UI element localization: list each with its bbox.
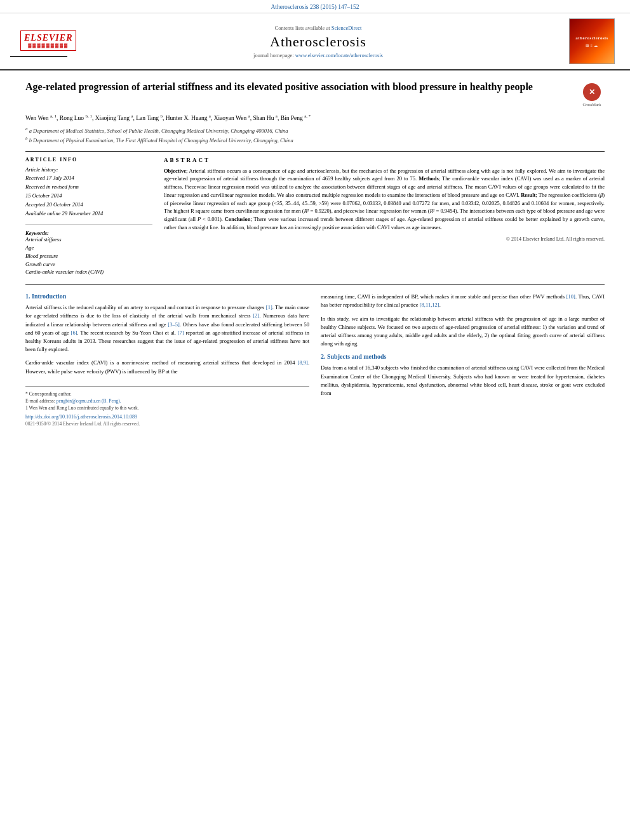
title-section: Age-related progression of arterial stif… — [25, 81, 605, 107]
crossmark-area[interactable]: ✕ CrossMark — [579, 83, 605, 107]
history-accepted: Accepted 20 October 2014 — [25, 201, 152, 209]
footnote-equal: 1 Wen Wen and Rong Luo contributed equal… — [25, 404, 309, 411]
subjects-title: 2. Subjects and methods — [321, 353, 605, 360]
article-info-heading: ARTICLE INFO — [25, 157, 152, 163]
history-heading: Article history: — [25, 166, 152, 174]
abstract-col: ABSTRACT Objective; Arterial stiffness o… — [164, 157, 605, 277]
elsevier-logo-area: ELSEVIER ▓▓▓▓▓▓▓▓▓ — [10, 25, 67, 57]
thumb-text: atherosclerosis — [575, 36, 608, 41]
doi-link[interactable]: http://dx.doi.org/10.1016/j.atherosclero… — [25, 414, 309, 420]
keyword-5: Cardio-ankle vascular index (CAVI) — [25, 269, 152, 276]
email-link[interactable]: pengbin@cqmu.edu.cn (B. Peng). — [57, 398, 121, 404]
abstract-heading: ABSTRACT — [164, 157, 605, 163]
journal-center: Contents lists available at ScienceDirec… — [74, 25, 563, 58]
elsevier-subtext: ▓▓▓▓▓▓▓▓▓ — [28, 43, 69, 48]
affiliation-b: b b Department of Physical Examination, … — [25, 135, 605, 145]
history-revised-label: Received in revised form — [25, 183, 152, 191]
keywords-label: Keywords: — [25, 230, 152, 236]
journal-citation: Atherosclerosis 238 (2015) 147–152 — [0, 0, 630, 13]
history-online: Available online 29 November 2014 — [25, 210, 152, 218]
history-revised-date: 15 October 2014 — [25, 192, 152, 200]
journal-title: Atherosclerosis — [74, 34, 563, 50]
footnote-corresponding: * Corresponding author. — [25, 390, 309, 397]
sciencedirect-link[interactable]: ScienceDirect — [332, 25, 362, 31]
crossmark-icon: ✕ — [583, 83, 601, 101]
article-title: Age-related progression of arterial stif… — [25, 81, 573, 94]
body-two-col: 1. Introduction Arterial stiffness is th… — [25, 293, 605, 427]
footnote-email: E-mail address: pengbin@cqmu.edu.cn (B. … — [25, 397, 309, 404]
footer-section: * Corresponding author. E-mail address: … — [25, 386, 309, 427]
elsevier-name: ELSEVIER — [24, 33, 72, 43]
homepage-line: journal homepage: www.elsevier.com/locat… — [74, 52, 563, 58]
journal-thumbnail: atherosclerosis ⊞ ≡ ☁ — [569, 18, 615, 64]
conclusion-label: Conclusion — [225, 216, 251, 222]
intro-para-2: Cardio-ankle vascular index (CAVI) is a … — [25, 359, 309, 375]
article-info-col: ARTICLE INFO Article history: Received 1… — [25, 157, 152, 277]
body-left-col: 1. Introduction Arterial stiffness is th… — [25, 293, 309, 427]
article-history: Article history: Received 17 July 2014 R… — [25, 166, 152, 225]
contents-prefix: Contents lists available at — [275, 25, 332, 31]
contents-line: Contents lists available at ScienceDirec… — [74, 25, 563, 31]
authors: Wen Wen a, 1, Rong Luo b, 1, Xiaojing Ta… — [25, 113, 605, 123]
right-para-1: measuring time, CAVI is independent of B… — [321, 293, 605, 309]
crossmark-label: CrossMark — [583, 102, 601, 107]
journal-header: ELSEVIER ▓▓▓▓▓▓▓▓▓ Contents lists availa… — [0, 13, 630, 70]
keyword-4: Growth curve — [25, 261, 152, 269]
keywords-section: Keywords: Arterial stiffness Age Blood p… — [25, 230, 152, 276]
issn-text: 0021-9150/© 2014 Elsevier Ireland Ltd. A… — [25, 421, 309, 427]
homepage-link[interactable]: www.elsevier.com/locate/atherosclerosis — [295, 52, 383, 58]
result-label: Result — [521, 192, 535, 198]
journal-right: atherosclerosis ⊞ ≡ ☁ — [569, 18, 620, 64]
keyword-2: Age — [25, 244, 152, 252]
authors-text: Wen Wen a, 1, Rong Luo b, 1, Xiaojing Ta… — [25, 115, 311, 121]
intro-title: 1. Introduction — [25, 293, 309, 300]
methods-label: Methods — [419, 175, 439, 182]
body-right-col: measuring time, CAVI is independent of B… — [321, 293, 605, 427]
objective-label: Objective — [164, 168, 186, 174]
intro-para-1: Arterial stiffness is the reduced capabi… — [25, 303, 309, 354]
history-received: Received 17 July 2014 — [25, 175, 152, 182]
affiliations: a a Department of Medical Statistics, Sc… — [25, 126, 605, 144]
affiliation-a: a a Department of Medical Statistics, Sc… — [25, 126, 605, 135]
copyright-line: © 2014 Elsevier Ireland Ltd. All rights … — [164, 236, 605, 243]
keyword-3: Blood pressure — [25, 253, 152, 260]
article-content: Age-related progression of arterial stif… — [0, 70, 630, 437]
info-abstract-cols: ARTICLE INFO Article history: Received 1… — [25, 151, 605, 277]
keyword-1: Arterial stiffness — [25, 236, 152, 244]
thumb-icons: ⊞ ≡ ☁ — [586, 43, 598, 48]
subjects-para: Data from a total of 16,340 subjects who… — [321, 364, 605, 397]
citation-text: Atherosclerosis 238 (2015) 147–152 — [271, 4, 359, 10]
homepage-prefix: journal homepage: — [253, 52, 295, 58]
body-section: 1. Introduction Arterial stiffness is th… — [25, 284, 605, 427]
abstract-body: Objective; Arterial stiffness occurs as … — [164, 167, 605, 243]
elsevier-logo-box: ELSEVIER ▓▓▓▓▓▓▓▓▓ — [20, 30, 76, 51]
right-para-2: In this study, we aim to investigate the… — [321, 315, 605, 349]
